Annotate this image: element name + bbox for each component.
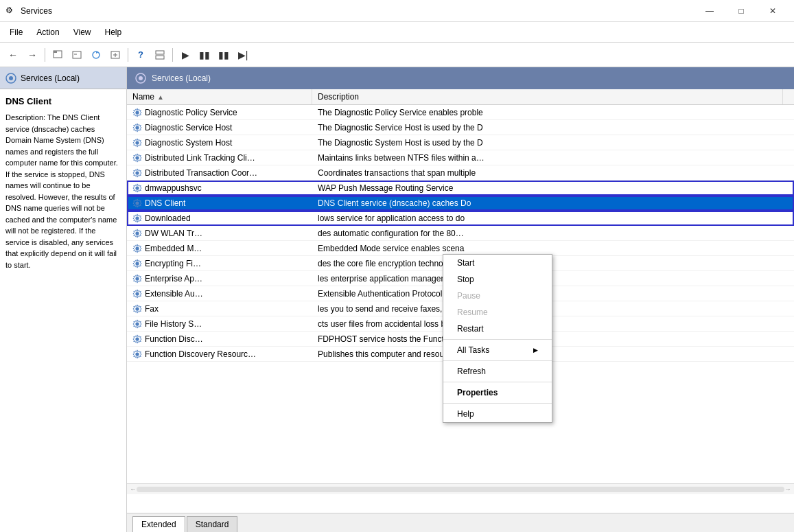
- left-panel-header-text: Services (Local): [21, 73, 80, 83]
- gear-icon: [132, 244, 142, 253]
- service-desc-cell: Embedded Mode service enables scena: [312, 242, 794, 255]
- gear-icon: [132, 168, 142, 178]
- context-menu-item-all-tasks[interactable]: All Tasks▶: [443, 342, 552, 358]
- service-name-text: Function Disc…: [145, 334, 203, 344]
- table-row[interactable]: dmwappushsvcWAP Push Message Routing Ser…: [127, 181, 794, 196]
- gear-icon: [132, 108, 142, 117]
- window-controls: — □ ✕: [694, 0, 789, 22]
- table-row[interactable]: Distributed Transaction Coor…Coordinates…: [127, 165, 794, 181]
- svg-point-27: [136, 201, 139, 204]
- context-menu-item-start[interactable]: Start: [443, 255, 552, 271]
- services-table: Name ▲ Description Diagnostic Policy Ser…: [127, 89, 794, 513]
- context-menu-item-refresh[interactable]: Refresh: [443, 363, 552, 380]
- gear-icon: [132, 349, 142, 359]
- gear-icon: [132, 289, 142, 299]
- menu-view[interactable]: View: [67, 25, 98, 40]
- view-button[interactable]: [151, 47, 169, 63]
- left-panel: Services (Local) DNS Client Description:…: [0, 67, 127, 532]
- bottom-tabs: ExtendedStandard: [127, 513, 794, 532]
- column-header-name[interactable]: Name ▲: [127, 89, 312, 104]
- service-name-text: Encrypting Fi…: [145, 259, 201, 268]
- step-forward-button[interactable]: ▶|: [234, 47, 252, 63]
- export-button[interactable]: [106, 47, 124, 63]
- service-name-text: Distributed Transaction Coor…: [145, 168, 257, 178]
- table-row[interactable]: Diagnostic System HostThe Diagnostic Sys…: [127, 135, 794, 150]
- up-one-level-button[interactable]: [49, 47, 67, 63]
- h-scrollbar-track[interactable]: [137, 487, 784, 492]
- close-button[interactable]: ✕: [757, 0, 789, 22]
- horizontal-scrollbar[interactable]: ← →: [127, 483, 794, 494]
- svg-rect-9: [156, 56, 164, 59]
- column-header-desc[interactable]: Description: [312, 89, 783, 104]
- table-row[interactable]: Downloadedlows service for application a…: [127, 211, 794, 226]
- main-layout: Services (Local) DNS Client Description:…: [0, 67, 794, 532]
- service-name-cell: Diagnostic Policy Service: [127, 106, 312, 119]
- minimize-button[interactable]: —: [694, 0, 725, 22]
- table-row[interactable]: DW WLAN Tr…des automatic configuration f…: [127, 226, 794, 241]
- forward-button[interactable]: →: [23, 47, 41, 63]
- svg-point-31: [136, 231, 139, 234]
- service-name-text: Function Discovery Resourc…: [145, 349, 256, 359]
- svg-point-17: [136, 126, 139, 128]
- context-menu-separator: [443, 403, 552, 404]
- help-toolbar-button[interactable]: ?: [132, 47, 150, 63]
- service-name-cell: dmwappushsvc: [127, 182, 312, 194]
- svg-point-29: [136, 216, 139, 219]
- table-row[interactable]: Diagnostic Policy ServiceThe Diagnostic …: [127, 105, 794, 120]
- console-button[interactable]: [68, 47, 86, 63]
- service-desc-cell: Maintains links between NTFS files withi…: [312, 152, 794, 164]
- service-desc-cell: des the core file encryption technology: [312, 257, 794, 270]
- gear-icon: [132, 123, 142, 132]
- service-name-text: Downloaded: [145, 213, 191, 223]
- maximize-button[interactable]: □: [725, 0, 757, 22]
- context-menu-item-restart[interactable]: Restart: [443, 321, 552, 337]
- refresh-toolbar-button[interactable]: [87, 47, 105, 63]
- table-row[interactable]: Distributed Link Tracking Cli…Maintains …: [127, 150, 794, 165]
- menu-file[interactable]: File: [3, 25, 30, 40]
- service-desc-cell: WAP Push Message Routing Service: [312, 182, 794, 194]
- play-button[interactable]: ▶: [176, 47, 194, 63]
- menu-help[interactable]: Help: [98, 25, 129, 40]
- context-menu-separator: [443, 360, 552, 361]
- service-description: Description: The DNS Client service (dns…: [5, 112, 121, 270]
- service-desc-cell: Extensible Authentication Protocol (EAP): [312, 288, 794, 300]
- service-name-cell: Fax: [127, 303, 312, 315]
- menu-action[interactable]: Action: [30, 25, 66, 40]
- gear-icon: [132, 229, 142, 238]
- svg-rect-1: [54, 51, 57, 53]
- svg-rect-8: [156, 51, 164, 54]
- menu-bar: File Action View Help: [0, 22, 794, 43]
- service-name-label: DNS Client: [5, 96, 121, 106]
- gear-icon: [132, 183, 142, 193]
- tab-standard[interactable]: Standard: [187, 516, 238, 532]
- service-name-cell: Distributed Transaction Coor…: [127, 167, 312, 179]
- svg-point-35: [136, 262, 139, 264]
- app-icon: ⚙: [5, 5, 16, 16]
- back-button[interactable]: ←: [4, 47, 22, 63]
- context-menu-item-properties[interactable]: Properties: [443, 384, 552, 401]
- service-name-cell: Encrypting Fi…: [127, 257, 312, 270]
- service-name-text: Diagnostic System Host: [145, 138, 232, 148]
- view-icon: [155, 50, 165, 60]
- service-name-cell: File History S…: [127, 318, 312, 330]
- context-menu-item-stop[interactable]: Stop: [443, 271, 552, 288]
- right-panel-header: Services (Local): [127, 67, 794, 89]
- table-row[interactable]: DNS ClientDNS Client service (dnscache) …: [127, 196, 794, 211]
- stop-button[interactable]: ▮▮: [196, 47, 213, 63]
- service-name-text: Distributed Link Tracking Cli…: [145, 153, 255, 163]
- table-row[interactable]: Diagnostic Service HostThe Diagnostic Se…: [127, 120, 794, 135]
- service-desc-cell: lows service for application access to d…: [312, 212, 794, 224]
- service-name-cell: Diagnostic System Host: [127, 137, 312, 149]
- left-panel-header: Services (Local): [0, 67, 126, 89]
- tab-extended[interactable]: Extended: [132, 516, 185, 532]
- right-panel: Services (Local) Name ▲ Description Diag…: [127, 67, 794, 532]
- service-name-cell: Enterprise Ap…: [127, 273, 312, 285]
- context-menu-item-help[interactable]: Help: [443, 406, 552, 422]
- svg-point-33: [136, 246, 139, 249]
- service-desc-cell: The Diagnostic System Host is used by th…: [312, 137, 794, 149]
- service-desc-cell: Coordinates transactions that span multi…: [312, 167, 794, 179]
- service-desc-cell: The Diagnostic Policy Service enables pr…: [312, 106, 794, 119]
- pause-button[interactable]: ▮▮: [215, 47, 233, 63]
- service-desc-cell: Publishes this computer and resources at…: [312, 348, 794, 360]
- service-name-cell: DW WLAN Tr…: [127, 227, 312, 240]
